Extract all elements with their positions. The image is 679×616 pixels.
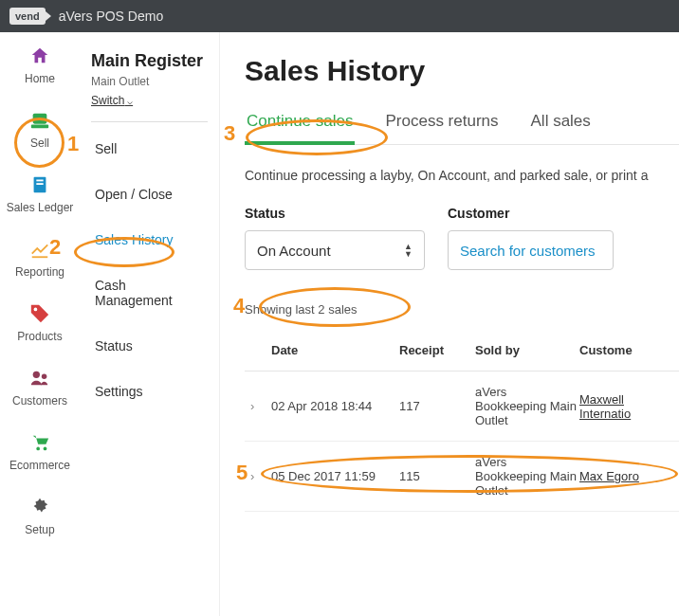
page-title: Sales History (245, 55, 679, 87)
col-receipt: Receipt (399, 343, 475, 357)
home-icon (29, 45, 50, 66)
reporting-icon (29, 239, 50, 260)
rail-label: Sales Ledger (7, 201, 74, 214)
svg-point-6 (34, 308, 38, 312)
gear-icon (29, 497, 50, 517)
svg-point-10 (44, 447, 47, 451)
nav-rail: Home Sell Sales Ledger Reporting Product… (0, 32, 80, 616)
col-date: Date (271, 343, 399, 357)
rail-products[interactable]: Products (0, 303, 80, 343)
svg-rect-0 (33, 114, 47, 124)
topbar: vend aVers POS Demo (0, 0, 679, 32)
table-header: Date Receipt Sold by Custome (245, 330, 679, 371)
rail-setup[interactable]: Setup (0, 497, 80, 536)
topbar-title: aVers POS Demo (59, 9, 164, 24)
side-nav-open-close[interactable]: Open / Close (91, 177, 208, 211)
svg-rect-1 (31, 125, 48, 129)
col-customer: Custome (579, 343, 673, 357)
tab-process-returns[interactable]: Process returns (383, 112, 500, 144)
table-row[interactable]: › 05 Dec 2017 11:59 115 aVers Bookkeepin… (245, 442, 679, 512)
rail-label: Sell (30, 136, 49, 150)
sales-table: Date Receipt Sold by Custome › 02 Apr 20… (245, 330, 679, 512)
rail-sell[interactable]: Sell (0, 110, 80, 150)
cell-soldby: aVers Bookkeeping Main Outlet (475, 385, 579, 427)
tabs: Continue sales Process returns All sales (245, 112, 679, 145)
rail-label: Reporting (15, 265, 64, 279)
showing-text: Showing last 2 sales (245, 302, 679, 317)
main-content: Sales History Continue sales Process ret… (220, 32, 679, 616)
svg-point-9 (36, 447, 40, 451)
side-nav-cash-management[interactable]: Cash Management (91, 268, 208, 317)
rail-label: Ecommerce (9, 459, 70, 472)
rail-label: Customers (12, 394, 67, 408)
side-nav-settings[interactable]: Settings (91, 374, 208, 408)
rail-ecommerce[interactable]: Ecommerce (0, 432, 80, 472)
rail-label: Products (17, 330, 62, 343)
expand-icon[interactable]: › (250, 399, 271, 413)
outlet-name: Main Outlet (91, 75, 208, 88)
customer-search-input[interactable] (448, 230, 614, 270)
cell-date: 05 Dec 2017 11:59 (271, 469, 399, 483)
register-icon (29, 110, 50, 131)
ledger-icon (29, 174, 50, 195)
register-title: Main Register (91, 51, 208, 71)
side-nav-sell[interactable]: Sell (91, 132, 208, 166)
status-value: On Account (257, 243, 331, 259)
cell-customer[interactable]: Max Egoro (579, 469, 673, 483)
svg-point-7 (33, 371, 40, 378)
cell-date: 02 Apr 2018 18:44 (271, 399, 399, 413)
rail-sales-ledger[interactable]: Sales Ledger (0, 174, 80, 214)
svg-point-8 (42, 373, 47, 379)
col-soldby: Sold by (475, 343, 579, 357)
svg-rect-3 (36, 180, 43, 182)
rail-customers[interactable]: Customers (0, 368, 80, 408)
side-nav-status[interactable]: Status (91, 329, 208, 363)
divider (91, 121, 208, 122)
rail-home[interactable]: Home (0, 45, 80, 85)
svg-rect-4 (36, 183, 43, 185)
cell-soldby: aVers Bookkeeping Main Outlet (475, 455, 579, 498)
customers-icon (29, 368, 50, 389)
expand-icon[interactable]: › (250, 469, 271, 483)
helper-text: Continue processing a layby, On Account,… (245, 168, 679, 183)
side-nav: Sell Open / Close Sales History Cash Man… (91, 132, 208, 408)
rail-label: Home (25, 72, 55, 85)
tab-continue-sales[interactable]: Continue sales (245, 112, 355, 144)
tab-all-sales[interactable]: All sales (529, 112, 593, 144)
status-select[interactable]: On Account ▲▼ (245, 230, 425, 270)
rail-label: Setup (25, 523, 54, 536)
side-nav-sales-history[interactable]: Sales History (91, 223, 208, 257)
tag-icon (29, 303, 50, 324)
filters: Status On Account ▲▼ Customer (245, 206, 679, 270)
cell-customer[interactable]: Maxwell Internatio (579, 392, 673, 421)
switch-link[interactable]: Switch (91, 94, 133, 107)
cell-receipt: 117 (399, 399, 475, 413)
spinner-icon: ▲▼ (404, 243, 413, 258)
sidebar: Main Register Main Outlet Switch Sell Op… (80, 32, 220, 616)
cart-icon (29, 432, 50, 453)
cell-receipt: 115 (399, 469, 475, 483)
rail-reporting[interactable]: Reporting (0, 239, 80, 279)
customer-label: Customer (448, 206, 614, 221)
vend-logo: vend (9, 8, 46, 25)
table-row[interactable]: › 02 Apr 2018 18:44 117 aVers Bookkeepin… (245, 371, 679, 442)
status-label: Status (245, 206, 425, 221)
